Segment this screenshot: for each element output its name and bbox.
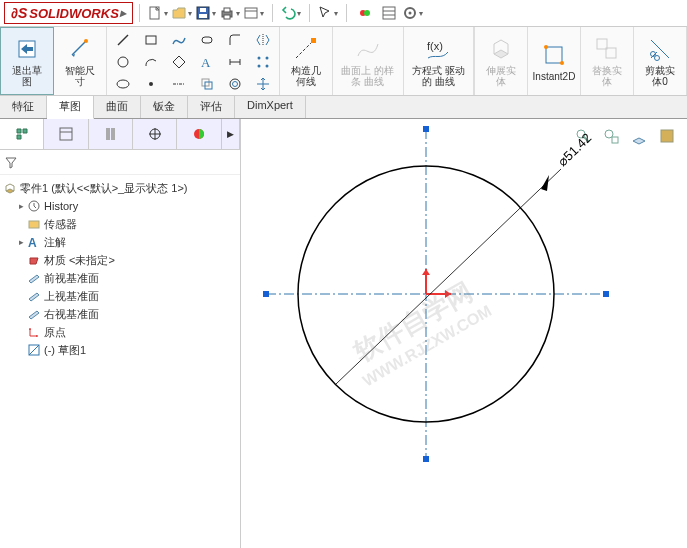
convert-tool[interactable] [194,74,220,94]
svg-point-43 [544,45,548,49]
panel-expand-button[interactable]: ▶ [222,119,240,149]
polygon-tool[interactable] [166,52,192,72]
dimension-tool[interactable] [222,52,248,72]
instant2d-button[interactable]: Instant2D [528,27,581,95]
equation-curve-button[interactable]: f(x) 方程式 驱动的 曲线 [404,27,475,95]
sketch-icon [26,342,42,358]
smart-dimension-button[interactable]: 智能尺 寸 [54,27,107,95]
exit-sketch-button[interactable]: 退出草 图 [0,27,54,95]
tab-sketch[interactable]: 草图 [47,96,94,119]
ds-logo-icon: ∂S [11,5,27,21]
svg-text:f(x): f(x) [427,40,443,52]
construction-geom-button[interactable]: 构造几 何线 [280,27,333,95]
dimxpert-tab[interactable] [133,119,177,149]
svg-point-38 [233,82,238,87]
point-tool[interactable] [138,74,164,94]
property-tab[interactable] [44,119,88,149]
config-tab[interactable] [89,119,133,149]
text-tool[interactable]: A [194,52,220,72]
undo-button[interactable]: ▾ [280,2,302,24]
svg-point-33 [149,82,153,86]
feature-manager-panel: ▶ 零件1 (默认<<默认>_显示状态 1>) ▸History 传感器 ▸A注… [0,119,241,548]
graphics-area[interactable]: ⌀51.42 软件自学网 WWW.RJZXW.COM [241,119,687,548]
rebuild-button[interactable] [354,2,376,24]
quick-access-toolbar: ∂S SOLIDWORKS ▶ ▾ ▾ ▾ ▾ ▾ ▾ ▾ ▾ [0,0,687,27]
tree-item[interactable]: 材质 <未指定> [2,251,238,269]
new-button[interactable]: ▾ [147,2,169,24]
svg-point-30 [258,65,261,68]
centerline-tool[interactable] [166,74,192,94]
tree-item[interactable]: 原点 [2,323,238,341]
history-icon [26,198,42,214]
tree-item[interactable]: 上视基准面 [2,287,238,305]
tree-root-label: 零件1 (默认<<默认>_显示状态 1>) [20,181,188,196]
print-button[interactable]: ▾ [219,2,241,24]
svg-marker-23 [173,56,185,68]
plane-icon [26,306,42,322]
tab-dimxpert[interactable]: DimXpert [235,96,306,118]
svg-point-44 [560,61,564,65]
feature-tree-tab[interactable] [0,119,44,149]
tree-item[interactable]: ▸History [2,197,238,215]
svg-rect-42 [546,47,562,63]
spline-tool[interactable] [166,30,192,50]
line-tool[interactable] [110,30,136,50]
tree-item[interactable]: 前视基准面 [2,269,238,287]
app-logo[interactable]: ∂S SOLIDWORKS ▶ [4,2,133,24]
tab-evaluate[interactable]: 评估 [188,96,235,118]
save-button[interactable]: ▾ [195,2,217,24]
ribbon: 退出草 图 智能尺 寸 A 构造几 何线 曲面上 的样条 曲线 f(x) 方程式… [0,27,687,96]
tab-surface[interactable]: 曲面 [94,96,141,118]
rect-tool[interactable] [138,30,164,50]
svg-rect-49 [60,128,72,140]
tree-item[interactable]: (-) 草图1 [2,341,238,359]
select-button[interactable]: ▾ [317,2,339,24]
svg-rect-40 [311,38,316,43]
options-button[interactable]: ▾ [402,2,424,24]
tree-root[interactable]: 零件1 (默认<<默认>_显示状态 1>) [2,179,238,197]
display-tab[interactable] [177,119,221,149]
surface-spline-button: 曲面上 的样条 曲线 [333,27,404,95]
panel-tabs: ▶ [0,119,240,150]
tree-item[interactable]: 右视基准面 [2,305,238,323]
tab-features[interactable]: 特征 [0,96,47,118]
open-button[interactable]: ▾ [171,2,193,24]
properties-button[interactable]: ▾ [243,2,265,24]
filter-icon [4,155,18,169]
svg-rect-59 [29,221,39,228]
app-name: SOLIDWORKS [29,6,119,21]
move-tool[interactable] [250,74,276,94]
sensor-icon [26,216,42,232]
svg-point-28 [258,57,261,60]
tree-item[interactable]: 传感器 [2,215,238,233]
svg-point-17 [84,39,88,43]
svg-point-15 [409,12,412,15]
feature-tree: 零件1 (默认<<默认>_显示状态 1>) ▸History 传感器 ▸A注解 … [0,175,240,548]
svg-rect-3 [200,8,206,12]
mirror-tool[interactable] [250,30,276,50]
fillet-tool[interactable] [222,30,248,50]
svg-rect-2 [199,14,207,18]
offset-tool[interactable] [222,74,248,94]
sketch-canvas: ⌀51.42 [241,119,681,539]
svg-rect-52 [111,128,115,140]
svg-rect-19 [146,36,156,44]
command-tabs: 特征 草图 曲面 钣金 评估 DimXpert [0,96,687,119]
svg-point-32 [117,80,129,88]
tree-item[interactable]: ▸A注解 [2,233,238,251]
svg-point-48 [655,56,660,61]
svg-line-77 [336,169,561,384]
svg-point-22 [118,57,128,67]
doc-settings-button[interactable] [378,2,400,24]
plane-icon [26,270,42,286]
arc-tool[interactable] [138,52,164,72]
tab-sheetmetal[interactable]: 钣金 [141,96,188,118]
trim-entity-button[interactable]: 剪裁实 体0 [634,27,687,95]
svg-point-10 [364,10,370,16]
svg-point-37 [230,79,240,89]
slot-tool[interactable] [194,30,220,50]
circle-tool[interactable] [110,52,136,72]
ellipse-tool[interactable] [110,74,136,94]
tree-filter[interactable] [0,150,240,175]
pattern-tool[interactable] [250,52,276,72]
